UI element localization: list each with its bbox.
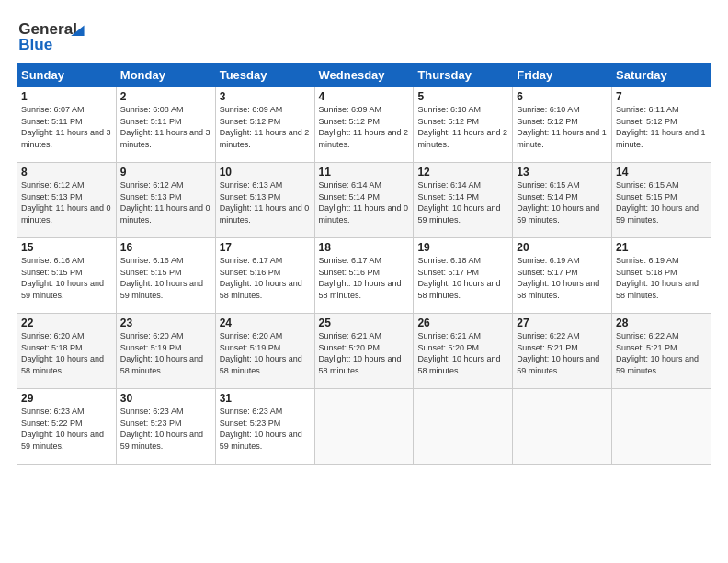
day-info: Sunrise: 6:09 AMSunset: 5:12 PMDaylight:… bbox=[220, 104, 311, 150]
calendar-cell: 26 Sunrise: 6:21 AMSunset: 5:20 PMDaylig… bbox=[414, 314, 513, 389]
day-info: Sunrise: 6:17 AMSunset: 5:16 PMDaylight:… bbox=[319, 255, 410, 301]
day-number: 9 bbox=[120, 166, 211, 178]
calendar-cell: 7 Sunrise: 6:11 AMSunset: 5:12 PMDayligh… bbox=[612, 87, 711, 163]
calendar-table: SundayMondayTuesdayWednesdayThursdayFrid… bbox=[17, 63, 711, 465]
calendar-cell: 6 Sunrise: 6:10 AMSunset: 5:12 PMDayligh… bbox=[513, 87, 612, 163]
calendar-cell: 19 Sunrise: 6:18 AMSunset: 5:17 PMDaylig… bbox=[414, 238, 513, 314]
calendar-cell: 13 Sunrise: 6:15 AMSunset: 5:14 PMDaylig… bbox=[513, 163, 612, 238]
calendar-cell bbox=[513, 389, 612, 465]
day-number: 28 bbox=[616, 316, 707, 329]
logo: General Blue bbox=[17, 17, 99, 53]
day-number: 18 bbox=[319, 241, 410, 254]
day-number: 14 bbox=[616, 166, 707, 178]
day-number: 12 bbox=[417, 166, 508, 178]
day-info: Sunrise: 6:23 AMSunset: 5:23 PMDaylight:… bbox=[220, 406, 311, 452]
day-number: 26 bbox=[417, 316, 508, 329]
calendar-cell: 20 Sunrise: 6:19 AMSunset: 5:17 PMDaylig… bbox=[513, 238, 612, 314]
day-number: 27 bbox=[517, 316, 608, 329]
day-number: 22 bbox=[21, 316, 112, 329]
calendar-cell: 22 Sunrise: 6:20 AMSunset: 5:18 PMDaylig… bbox=[17, 314, 117, 389]
calendar-cell: 10 Sunrise: 6:13 AMSunset: 5:13 PMDaylig… bbox=[215, 163, 314, 238]
calendar-week-1: 1 Sunrise: 6:07 AMSunset: 5:11 PMDayligh… bbox=[17, 87, 711, 163]
calendar-cell: 12 Sunrise: 6:14 AMSunset: 5:14 PMDaylig… bbox=[414, 163, 513, 238]
calendar-header-friday: Friday bbox=[513, 63, 612, 87]
day-number: 2 bbox=[120, 90, 211, 103]
calendar-week-3: 15 Sunrise: 6:16 AMSunset: 5:15 PMDaylig… bbox=[17, 238, 711, 314]
day-info: Sunrise: 6:22 AMSunset: 5:21 PMDaylight:… bbox=[616, 330, 707, 376]
day-number: 30 bbox=[120, 392, 211, 405]
day-info: Sunrise: 6:14 AMSunset: 5:14 PMDaylight:… bbox=[417, 179, 508, 225]
day-info: Sunrise: 6:20 AMSunset: 5:18 PMDaylight:… bbox=[21, 330, 112, 376]
calendar-header-sunday: Sunday bbox=[17, 63, 117, 87]
day-number: 1 bbox=[21, 90, 112, 103]
calendar-header-tuesday: Tuesday bbox=[215, 63, 314, 87]
day-number: 25 bbox=[319, 316, 410, 329]
day-info: Sunrise: 6:20 AMSunset: 5:19 PMDaylight:… bbox=[120, 330, 211, 376]
calendar-cell bbox=[314, 389, 414, 465]
calendar-cell: 31 Sunrise: 6:23 AMSunset: 5:23 PMDaylig… bbox=[215, 389, 314, 465]
day-info: Sunrise: 6:15 AMSunset: 5:15 PMDaylight:… bbox=[616, 179, 707, 225]
day-info: Sunrise: 6:09 AMSunset: 5:12 PMDaylight:… bbox=[319, 104, 410, 150]
day-number: 21 bbox=[616, 241, 707, 254]
day-number: 19 bbox=[417, 241, 508, 254]
day-info: Sunrise: 6:21 AMSunset: 5:20 PMDaylight:… bbox=[319, 330, 410, 376]
day-info: Sunrise: 6:15 AMSunset: 5:14 PMDaylight:… bbox=[517, 179, 608, 225]
calendar-cell: 11 Sunrise: 6:14 AMSunset: 5:14 PMDaylig… bbox=[314, 163, 414, 238]
day-number: 31 bbox=[220, 392, 311, 405]
day-info: Sunrise: 6:08 AMSunset: 5:11 PMDaylight:… bbox=[120, 104, 211, 150]
calendar-cell: 17 Sunrise: 6:17 AMSunset: 5:16 PMDaylig… bbox=[215, 238, 314, 314]
calendar-cell bbox=[414, 389, 513, 465]
calendar-cell: 16 Sunrise: 6:16 AMSunset: 5:15 PMDaylig… bbox=[116, 238, 215, 314]
calendar-cell: 29 Sunrise: 6:23 AMSunset: 5:22 PMDaylig… bbox=[17, 389, 117, 465]
day-info: Sunrise: 6:12 AMSunset: 5:13 PMDaylight:… bbox=[21, 179, 112, 225]
day-number: 6 bbox=[517, 90, 608, 103]
calendar-header-monday: Monday bbox=[116, 63, 215, 87]
day-info: Sunrise: 6:13 AMSunset: 5:13 PMDaylight:… bbox=[220, 179, 311, 225]
day-info: Sunrise: 6:23 AMSunset: 5:23 PMDaylight:… bbox=[120, 406, 211, 452]
day-number: 10 bbox=[220, 166, 311, 178]
calendar-cell: 1 Sunrise: 6:07 AMSunset: 5:11 PMDayligh… bbox=[17, 87, 117, 163]
day-info: Sunrise: 6:16 AMSunset: 5:15 PMDaylight:… bbox=[21, 255, 112, 301]
calendar-cell: 28 Sunrise: 6:22 AMSunset: 5:21 PMDaylig… bbox=[612, 314, 711, 389]
day-info: Sunrise: 6:12 AMSunset: 5:13 PMDaylight:… bbox=[120, 179, 211, 225]
calendar-header-row: SundayMondayTuesdayWednesdayThursdayFrid… bbox=[17, 63, 711, 87]
day-number: 16 bbox=[120, 241, 211, 254]
calendar-cell: 30 Sunrise: 6:23 AMSunset: 5:23 PMDaylig… bbox=[116, 389, 215, 465]
calendar-cell: 24 Sunrise: 6:20 AMSunset: 5:19 PMDaylig… bbox=[215, 314, 314, 389]
calendar-week-2: 8 Sunrise: 6:12 AMSunset: 5:13 PMDayligh… bbox=[17, 163, 711, 238]
day-info: Sunrise: 6:21 AMSunset: 5:20 PMDaylight:… bbox=[417, 330, 508, 376]
calendar-cell: 5 Sunrise: 6:10 AMSunset: 5:12 PMDayligh… bbox=[414, 87, 513, 163]
page: General Blue SundayMondayTuesdayWednesda… bbox=[0, 0, 728, 563]
day-number: 29 bbox=[21, 392, 112, 405]
calendar-cell: 21 Sunrise: 6:19 AMSunset: 5:18 PMDaylig… bbox=[612, 238, 711, 314]
calendar-cell bbox=[612, 389, 711, 465]
day-info: Sunrise: 6:11 AMSunset: 5:12 PMDaylight:… bbox=[616, 104, 707, 150]
calendar-header-saturday: Saturday bbox=[612, 63, 711, 87]
day-info: Sunrise: 6:23 AMSunset: 5:22 PMDaylight:… bbox=[21, 406, 112, 452]
day-info: Sunrise: 6:10 AMSunset: 5:12 PMDaylight:… bbox=[517, 104, 608, 150]
calendar-cell: 14 Sunrise: 6:15 AMSunset: 5:15 PMDaylig… bbox=[612, 163, 711, 238]
day-number: 3 bbox=[220, 90, 311, 103]
day-info: Sunrise: 6:18 AMSunset: 5:17 PMDaylight:… bbox=[417, 255, 508, 301]
day-info: Sunrise: 6:22 AMSunset: 5:21 PMDaylight:… bbox=[517, 330, 608, 376]
day-number: 5 bbox=[417, 90, 508, 103]
calendar-cell: 9 Sunrise: 6:12 AMSunset: 5:13 PMDayligh… bbox=[116, 163, 215, 238]
day-number: 4 bbox=[319, 90, 410, 103]
day-info: Sunrise: 6:17 AMSunset: 5:16 PMDaylight:… bbox=[220, 255, 311, 301]
logo-svg: General Blue bbox=[17, 17, 99, 53]
header: General Blue bbox=[17, 17, 711, 53]
day-info: Sunrise: 6:19 AMSunset: 5:18 PMDaylight:… bbox=[616, 255, 707, 301]
day-number: 24 bbox=[220, 316, 311, 329]
calendar-cell: 4 Sunrise: 6:09 AMSunset: 5:12 PMDayligh… bbox=[314, 87, 414, 163]
calendar-cell: 18 Sunrise: 6:17 AMSunset: 5:16 PMDaylig… bbox=[314, 238, 414, 314]
svg-text:Blue: Blue bbox=[18, 35, 52, 53]
day-info: Sunrise: 6:07 AMSunset: 5:11 PMDaylight:… bbox=[21, 104, 112, 150]
calendar-cell: 3 Sunrise: 6:09 AMSunset: 5:12 PMDayligh… bbox=[215, 87, 314, 163]
day-info: Sunrise: 6:20 AMSunset: 5:19 PMDaylight:… bbox=[220, 330, 311, 376]
calendar-cell: 2 Sunrise: 6:08 AMSunset: 5:11 PMDayligh… bbox=[116, 87, 215, 163]
day-number: 15 bbox=[21, 241, 112, 254]
calendar-cell: 27 Sunrise: 6:22 AMSunset: 5:21 PMDaylig… bbox=[513, 314, 612, 389]
day-number: 8 bbox=[21, 166, 112, 178]
day-number: 17 bbox=[220, 241, 311, 254]
day-info: Sunrise: 6:16 AMSunset: 5:15 PMDaylight:… bbox=[120, 255, 211, 301]
